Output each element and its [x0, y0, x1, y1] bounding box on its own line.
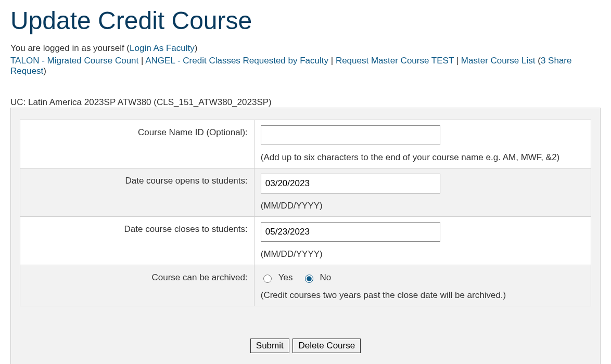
hint-archive: (Credit courses two years past the close…: [261, 290, 584, 301]
course-name-id-input[interactable]: [261, 125, 440, 145]
archive-no-radio[interactable]: [305, 275, 313, 283]
share-close: ): [43, 66, 46, 76]
login-suffix: ): [195, 43, 198, 53]
submit-button[interactable]: Submit: [250, 339, 289, 353]
date-open-input[interactable]: [261, 174, 440, 193]
nav-master-list-link[interactable]: Master Course List: [461, 56, 536, 66]
nav-talon-link[interactable]: TALON - Migrated Course Count: [10, 56, 138, 66]
nav-line: TALON - Migrated Course Count | ANGEL - …: [10, 56, 601, 76]
nav-sep: |: [138, 56, 145, 66]
page-title: Update Credit Course: [10, 6, 601, 35]
archive-yes-label[interactable]: Yes: [261, 272, 293, 283]
form-table: Course Name ID (Optional): (Add up to si…: [20, 120, 591, 306]
nav-sep: |: [328, 56, 336, 66]
nav-angel-link[interactable]: ANGEL - Credit Classes Requested by Facu…: [145, 56, 328, 66]
row-archive: Course can be archived: Yes No (Credit c…: [20, 265, 591, 306]
hint-course-name-id: (Add up to six characters to the end of …: [261, 152, 584, 163]
nav-request-master-link[interactable]: Request Master Course TEST: [336, 56, 454, 66]
label-archive: Course can be archived:: [20, 265, 254, 306]
login-as-faculty-link[interactable]: Login As Faculty: [130, 43, 195, 53]
archive-no-label[interactable]: No: [302, 272, 332, 283]
hint-date-close: (MM/DD/YYYY): [261, 249, 584, 259]
date-close-input[interactable]: [261, 222, 440, 242]
row-date-open: Date course opens to students: (MM/DD/YY…: [20, 168, 591, 217]
row-date-close: Date course closes to students: (MM/DD/Y…: [20, 217, 591, 265]
row-course-name-id: Course Name ID (Optional): (Add up to si…: [20, 120, 591, 168]
label-date-open: Date course opens to students:: [20, 168, 254, 217]
share-open: (: [536, 56, 541, 66]
label-course-name-id: Course Name ID (Optional):: [20, 120, 254, 168]
form-fieldset: Course Name ID (Optional): (Add up to si…: [10, 108, 601, 364]
nav-sep: |: [454, 56, 461, 66]
login-info-line: You are logged in as yourself (Login As …: [10, 43, 601, 54]
login-prefix: You are logged in as yourself (: [10, 43, 130, 53]
course-heading: UC: Latin America 2023SP ATW380 (CLS_151…: [10, 97, 601, 108]
archive-no-text: No: [320, 272, 332, 283]
delete-course-button[interactable]: Delete Course: [292, 339, 361, 353]
archive-yes-text: Yes: [278, 272, 293, 283]
hint-date-open: (MM/DD/YYYY): [261, 201, 584, 211]
label-date-close: Date course closes to students:: [20, 217, 254, 265]
archive-yes-radio[interactable]: [263, 275, 272, 283]
button-row: Submit Delete Course: [11, 327, 600, 364]
